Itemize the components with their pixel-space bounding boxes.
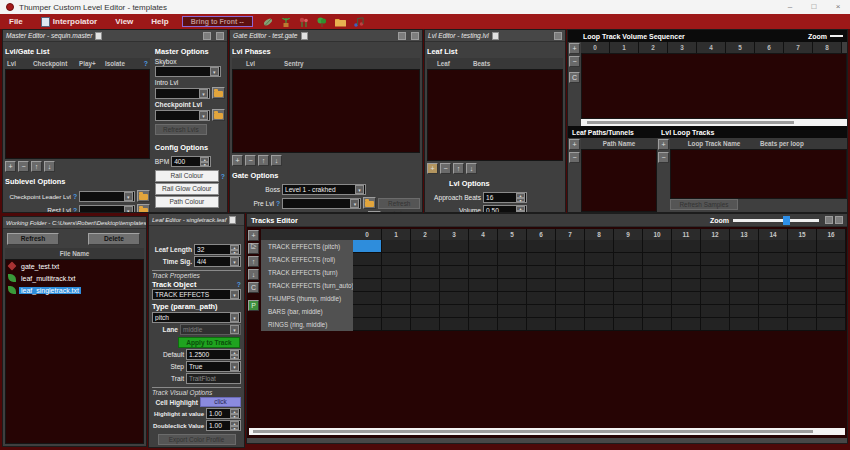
add-button[interactable]: +: [5, 161, 16, 172]
leaf-list[interactable]: [427, 69, 563, 161]
grid-cell[interactable]: [556, 279, 585, 292]
grid-cell[interactable]: [614, 266, 643, 279]
grid-cell[interactable]: [788, 292, 817, 305]
file-list-item[interactable]: gate_test.txt: [6, 260, 143, 272]
checkpoint-lvl-select[interactable]: ▾: [155, 110, 210, 121]
grid-cell[interactable]: [614, 318, 643, 331]
chevron-down-icon[interactable]: ▾: [230, 313, 239, 322]
spinner-buttons[interactable]: ▴▾: [200, 157, 209, 166]
grid-cell[interactable]: [353, 318, 382, 331]
scrollbar-thumb[interactable]: [253, 430, 813, 433]
add-button[interactable]: +: [569, 139, 580, 150]
grid-cell[interactable]: [759, 253, 788, 266]
refresh-button[interactable]: Refresh: [7, 233, 59, 245]
tracks-hscrollbar[interactable]: [249, 428, 845, 435]
add-button[interactable]: +: [248, 230, 259, 241]
step-select[interactable]: True▾: [186, 361, 241, 372]
grid-cell[interactable]: [498, 305, 527, 318]
refresh-lvls-button[interactable]: Refresh Lvls: [378, 198, 420, 209]
grid-cell[interactable]: [817, 266, 846, 279]
apply-to-track-button[interactable]: Apply to Track: [178, 337, 240, 348]
grid-cell[interactable]: [498, 279, 527, 292]
grid-cell[interactable]: [788, 305, 817, 318]
grid-cell[interactable]: [440, 292, 469, 305]
remove-button[interactable]: −: [658, 152, 669, 163]
grid-cell[interactable]: [730, 292, 759, 305]
grid-cell[interactable]: [759, 240, 788, 253]
grid-cell[interactable]: [817, 318, 846, 331]
chevron-down-icon[interactable]: ▾: [230, 290, 239, 299]
grid-cell[interactable]: [614, 305, 643, 318]
spinner-buttons[interactable]: ▴▾: [516, 193, 525, 202]
grid-cell[interactable]: [498, 240, 527, 253]
file-list-item[interactable]: leaf_singletrack.txt: [6, 284, 143, 296]
grid-cell[interactable]: [353, 253, 382, 266]
grid-cell[interactable]: [411, 279, 440, 292]
browse-folder-button[interactable]: [212, 109, 225, 121]
grid-cell[interactable]: [440, 305, 469, 318]
grid-cell[interactable]: [730, 240, 759, 253]
grid-cell[interactable]: [382, 253, 411, 266]
export-color-profile-button[interactable]: Export Color Profile: [158, 434, 236, 445]
help-icon[interactable]: ?: [276, 200, 280, 207]
chevron-down-icon[interactable]: ▾: [350, 199, 359, 208]
grid-cell[interactable]: [759, 266, 788, 279]
grid-cell[interactable]: [527, 318, 556, 331]
move-down-button[interactable]: ↓: [466, 163, 477, 174]
rail-glow-colour-button[interactable]: Rail Glow Colour: [155, 183, 219, 195]
grid-cell[interactable]: [788, 240, 817, 253]
grid-cell[interactable]: [353, 279, 382, 292]
grid-cell[interactable]: [672, 318, 701, 331]
tracks-zoom-slider[interactable]: [733, 219, 819, 222]
chevron-down-icon[interactable]: ▾: [124, 206, 133, 214]
grid-cell[interactable]: [672, 292, 701, 305]
track-row-label[interactable]: RINGS (ring, middle): [261, 318, 353, 331]
remove-button[interactable]: −: [569, 152, 580, 163]
leaf-editor-titlebar[interactable]: Leaf Editor - singletrack.leaf: [149, 214, 244, 226]
grid-cell[interactable]: [382, 279, 411, 292]
grid-cell[interactable]: [759, 318, 788, 331]
help-icon[interactable]: ?: [221, 173, 225, 180]
menu-help[interactable]: Help: [142, 17, 177, 26]
grid-cell[interactable]: [788, 279, 817, 292]
chevron-down-icon[interactable]: ▾: [230, 257, 239, 266]
samples-icon[interactable]: [353, 16, 365, 28]
copy-button[interactable]: C: [248, 282, 259, 293]
grid-cell[interactable]: [643, 266, 672, 279]
panel-maximize-icon[interactable]: [398, 32, 406, 40]
grid-cell[interactable]: [643, 292, 672, 305]
leaf-editor-icon[interactable]: [262, 16, 274, 28]
remove-button[interactable]: −: [245, 155, 256, 166]
move-up-button[interactable]: ↑: [453, 163, 464, 174]
grid-cell[interactable]: [585, 292, 614, 305]
move-up-button[interactable]: ↑: [258, 155, 269, 166]
grid-cell[interactable]: [440, 266, 469, 279]
skybox-select[interactable]: ▾: [155, 66, 221, 77]
spin-down-icon[interactable]: ▾: [230, 355, 239, 360]
bring-to-front-button[interactable]: Bring to Front --: [182, 16, 253, 27]
panel-close-icon[interactable]: [411, 32, 419, 40]
grid-cell[interactable]: [701, 292, 730, 305]
spin-down-icon[interactable]: ▾: [230, 426, 239, 431]
grid-cell[interactable]: [440, 318, 469, 331]
grid-cell[interactable]: [701, 240, 730, 253]
remove-button[interactable]: −: [18, 161, 29, 172]
grid-cell[interactable]: [556, 266, 585, 279]
track-object-select[interactable]: TRACK EFFECTS▾: [152, 289, 241, 300]
panel-close-icon[interactable]: [835, 216, 843, 224]
chevron-down-icon[interactable]: ▾: [230, 362, 239, 371]
grid-cell[interactable]: [411, 240, 440, 253]
grid-cell[interactable]: [730, 253, 759, 266]
grid-cell[interactable]: [614, 292, 643, 305]
lvl-gate-list[interactable]: [5, 69, 150, 159]
panel-maximize-icon[interactable]: [825, 216, 833, 224]
remove-button[interactable]: −: [440, 163, 451, 174]
grid-cell[interactable]: [498, 266, 527, 279]
grid-cell[interactable]: [556, 305, 585, 318]
chevron-down-icon[interactable]: ▾: [210, 67, 219, 76]
grid-cell[interactable]: [353, 266, 382, 279]
grid-cell[interactable]: [469, 266, 498, 279]
spinner-buttons[interactable]: ▴▾: [516, 206, 525, 213]
browse-folder-button[interactable]: [212, 87, 225, 99]
menu-file[interactable]: File: [0, 17, 32, 26]
